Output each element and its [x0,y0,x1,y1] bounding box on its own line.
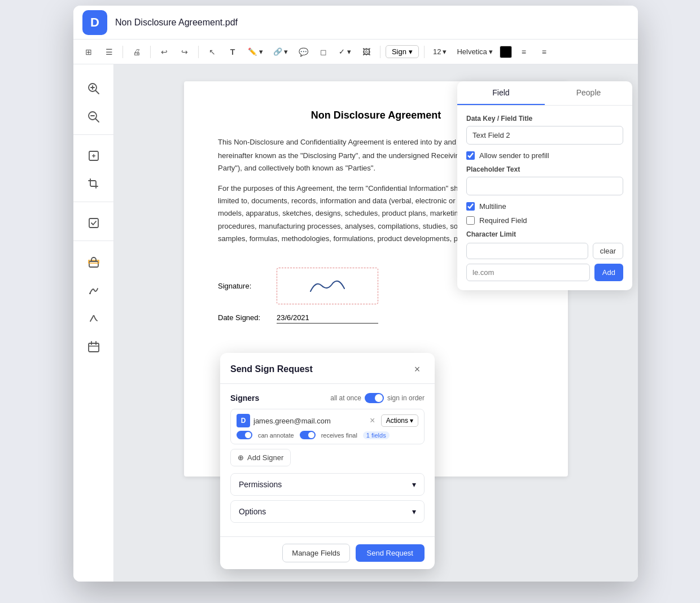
sidebar [73,64,114,582]
align-center-button[interactable]: ≡ [536,43,553,60]
sign-order-toggle[interactable] [365,393,384,403]
sign-order-toggle-group: all at once sign in order [330,393,425,403]
signer-actions-button[interactable]: Actions ▾ [381,414,418,427]
clear-button[interactable]: clear [593,243,623,259]
toolbar-separator-3 [198,46,199,58]
checkbox-group [73,206,113,241]
multiline-checkbox[interactable] [466,202,475,211]
text-tool-button[interactable]: T [224,43,241,60]
receives-final-toggle[interactable] [300,431,316,439]
pen-tool-dropdown[interactable]: ✏️ ▾ [244,46,266,57]
allow-prefill-row: Allow sender to prefill [466,151,623,160]
placeholder-input[interactable] [466,177,623,195]
manage-fields-button[interactable]: Manage Fields [282,544,349,562]
required-label: Required Field [479,216,527,225]
add-button[interactable]: Add [594,264,623,281]
send-request-button[interactable]: Send Request [356,544,425,562]
actions-chevron-icon: ▾ [410,417,413,425]
font-family-value: Helvetica [457,47,487,56]
modal-header: Send Sign Request × [220,353,435,384]
zoom-in-button[interactable] [81,76,107,102]
required-row: Required Field [466,216,623,225]
permissions-accordion-header[interactable]: Permissions ▾ [231,474,424,495]
required-checkbox[interactable] [466,216,475,225]
modal-footer: Manage Fields Send Request [220,536,435,569]
signer-row: D × Actions ▾ can annotate receives fina… [230,409,425,444]
sign-label: Sign [392,47,406,56]
permissions-label: Permissions [239,480,282,489]
svg-rect-10 [89,219,98,228]
svg-line-5 [95,119,99,123]
svg-rect-14 [89,343,99,352]
checkbox-tool-button[interactable] [81,210,107,236]
select-tool-button[interactable]: ↖ [204,43,221,60]
doc-text-1: This Non-Disclosure and Confidentiality … [218,138,456,146]
modal-close-button[interactable]: × [410,362,425,377]
date-tool-button[interactable] [81,334,107,360]
add-email-input[interactable] [466,264,590,281]
lock-form-button[interactable] [81,249,107,275]
redo-button[interactable]: ↪ [176,43,193,60]
check-tool-dropdown[interactable]: ✓ ▾ [335,46,355,57]
field-panel: Field People Data Key / Field Title Allo… [457,81,632,290]
receives-final-label: receives final [321,432,357,439]
resize-button[interactable] [81,143,107,169]
people-add-row: Add [466,264,623,281]
tab-field[interactable]: Field [457,81,545,105]
permissions-accordion: Permissions ▾ [230,473,425,496]
font-size-value: 12 [433,47,441,56]
grid-view-button[interactable]: ⊞ [80,43,97,60]
char-limit-label: Character Limit [466,230,623,238]
toolbar-separator-1 [123,46,123,58]
options-accordion: Options ▾ [230,500,425,523]
multiline-row: Multiline [466,202,623,211]
initial-tool-button[interactable] [81,305,107,331]
toolbar-separator-2 [150,46,151,58]
date-value-box: 23/6/2021 [277,312,378,324]
eraser-button[interactable]: ◻ [315,43,332,60]
list-view-button[interactable]: ☰ [100,43,117,60]
all-at-once-label: all at once [330,394,361,402]
font-size-dropdown[interactable]: 12 ▾ [430,46,450,57]
color-picker[interactable] [500,46,512,58]
crop-button[interactable] [81,171,107,197]
modal-title: Send Sign Request [230,364,313,374]
toolbar: ⊞ ☰ 🖨 ↩ ↪ ↖ T ✏️ ▾ 🔗 ▾ 💬 ◻ ✓ ▾ 🖼 Sign ▾ … [73,40,638,64]
add-signer-button[interactable]: ⊕ Add Signer [230,449,291,466]
undo-button[interactable]: ↩ [156,43,173,60]
send-sign-modal: Send Sign Request × Signers all at once … [220,353,435,569]
signers-label: Signers [230,394,259,403]
image-button[interactable]: 🖼 [358,43,375,60]
char-limit-input[interactable] [466,243,588,259]
options-accordion-header[interactable]: Options ▾ [231,501,424,522]
align-left-button[interactable]: ≡ [515,43,532,60]
zoom-out-button[interactable] [81,104,107,130]
signature-box[interactable] [277,268,378,304]
can-annotate-toggle[interactable] [237,431,252,439]
comment-button[interactable]: 💬 [295,43,312,60]
title-bar: D Non Disclosure Agreement.pdf [73,6,638,40]
svg-line-1 [95,91,99,94]
allow-prefill-checkbox[interactable] [466,151,475,160]
date-signed-label: Date Signed: [218,313,269,322]
data-key-label: Data Key / Field Title [466,115,623,123]
zoom-group [73,71,113,135]
options-chevron-icon: ▾ [412,507,416,516]
data-key-input[interactable] [466,126,623,145]
fields-badge: 1 fields [363,431,390,439]
document-title: Non Disclosure Agreement.pdf [115,18,238,28]
signer-remove-button[interactable]: × [368,416,378,426]
print-button[interactable]: 🖨 [128,43,145,60]
signer-email-row: D × Actions ▾ [237,414,418,427]
panel-tabs: Field People [457,81,632,106]
font-family-dropdown[interactable]: Helvetica ▾ [453,46,496,57]
actions-label: Actions [386,417,408,425]
link-tool-dropdown[interactable]: 🔗 ▾ [270,46,292,57]
tab-people[interactable]: People [545,81,632,105]
sign-dropdown-button[interactable]: Sign ▾ [386,45,419,58]
date-signed-row: Date Signed: 23/6/2021 [218,312,534,324]
signature-image [299,274,356,297]
signer-email-input[interactable] [253,417,364,425]
signature-tool-button[interactable] [81,277,107,303]
sign-chevron-icon: ▾ [409,47,413,56]
